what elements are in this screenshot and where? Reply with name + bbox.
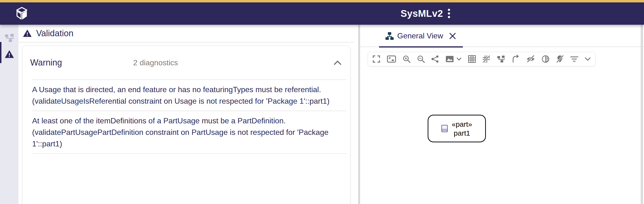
- collapse-button[interactable]: [333, 58, 342, 67]
- validation-panel-title: Validation: [36, 28, 73, 38]
- app-title: SysMLv2: [400, 3, 443, 25]
- filter-button[interactable]: [570, 53, 579, 65]
- eye-off-icon: [526, 55, 535, 63]
- diagnostic-item: At least one of the itemDefinitions of a…: [22, 111, 350, 153]
- diagram-toolbar: [368, 52, 595, 66]
- diagram-tab-bar: General View: [360, 25, 644, 47]
- validation-panel: Validation Warning 2 diagnostics A Usage…: [18, 25, 354, 204]
- tab-general-view[interactable]: General View: [379, 25, 463, 47]
- vertical-scrollbar[interactable]: [641, 25, 643, 204]
- severity-label: Warning: [30, 58, 133, 68]
- grid-icon: [468, 55, 476, 63]
- zoom-in-button[interactable]: [402, 53, 411, 65]
- warning-triangle-icon: [4, 50, 14, 59]
- active-tab-underline: [379, 46, 463, 48]
- diagnostics-count: 2 diagnostics: [133, 58, 178, 67]
- diagnostic-item: A Usage that is directed, an end feature…: [22, 80, 350, 111]
- diagnostic-detail: (validateUsageIsReferential constraint o…: [32, 95, 336, 107]
- panel-resize-handle[interactable]: [358, 25, 360, 204]
- share-icon: [431, 55, 439, 63]
- tab-label: General View: [397, 32, 443, 40]
- tree-icon: [4, 33, 14, 43]
- empty-space: [22, 154, 350, 204]
- tab-close-button[interactable]: [448, 32, 457, 40]
- share-button[interactable]: [430, 53, 440, 65]
- warning-triangle-icon: [23, 29, 32, 38]
- zoom-out-button[interactable]: [416, 53, 426, 65]
- app-menu-button[interactable]: [444, 8, 454, 19]
- node-stereotype: «part»: [452, 120, 472, 129]
- node-name: part1: [452, 129, 472, 137]
- app-logo-cube-icon[interactable]: [16, 7, 28, 20]
- diagram-tree-icon: [385, 32, 394, 40]
- hierarchy-layout-button[interactable]: [496, 53, 506, 65]
- left-icon-rail: [0, 25, 18, 204]
- filter-icon: [570, 56, 578, 62]
- fit-to-screen-button[interactable]: [386, 53, 397, 65]
- warning-accordion-card: Warning 2 diagnostics A Usage that is di…: [22, 46, 350, 204]
- compartment-icon: [441, 125, 448, 132]
- diagnostic-message: A Usage that is directed, an end feature…: [32, 84, 336, 95]
- accent-strip: [0, 0, 644, 3]
- toolbar-expand-button[interactable]: [584, 53, 591, 65]
- snap-to-grid-off-button[interactable]: [482, 53, 491, 65]
- node-label: «part» part1: [452, 120, 472, 137]
- fullscreen-button[interactable]: [372, 53, 381, 65]
- app-bar: SysMLv2: [0, 3, 644, 25]
- vertical-dots-icon: [448, 8, 450, 19]
- hierarchy-icon: [497, 55, 505, 63]
- diagram-panel: General View: [360, 25, 644, 204]
- chevron-down-icon: [456, 57, 462, 61]
- fullscreen-icon: [372, 55, 380, 63]
- validation-panel-header: Validation: [18, 25, 354, 43]
- grid-off-icon: [482, 55, 490, 63]
- diagram-canvas[interactable]: «part» part1: [360, 72, 644, 204]
- close-x-icon: [449, 32, 456, 40]
- zoom-out-icon: [417, 55, 425, 63]
- sidebar-item-explorer[interactable]: [0, 29, 18, 47]
- auto-arrange-button[interactable]: [511, 53, 520, 65]
- diagnostic-message: At least one of the itemDefinitions of a…: [32, 115, 336, 126]
- curved-arrow-icon: [512, 55, 520, 63]
- pin-off-icon: [556, 55, 564, 63]
- unpin-elements-button[interactable]: [555, 53, 564, 65]
- sidebar-item-validation[interactable]: [0, 45, 18, 63]
- diagnostic-detail: (validatePartUsagePartDefinition constra…: [32, 126, 336, 149]
- zoom-in-icon: [402, 55, 411, 63]
- chevron-up-icon: [334, 60, 342, 65]
- contrast-icon: [542, 55, 550, 63]
- hide-elements-button[interactable]: [526, 53, 536, 65]
- appearance-contrast-button[interactable]: [541, 53, 550, 65]
- diagram-node-part1[interactable]: «part» part1: [428, 115, 486, 142]
- export-image-button[interactable]: [445, 53, 462, 65]
- grid-button[interactable]: [468, 53, 476, 65]
- image-icon: [446, 55, 454, 63]
- warning-accordion-header[interactable]: Warning 2 diagnostics: [22, 46, 350, 79]
- chevron-down-icon: [584, 57, 591, 61]
- fit-to-screen-icon: [387, 55, 396, 63]
